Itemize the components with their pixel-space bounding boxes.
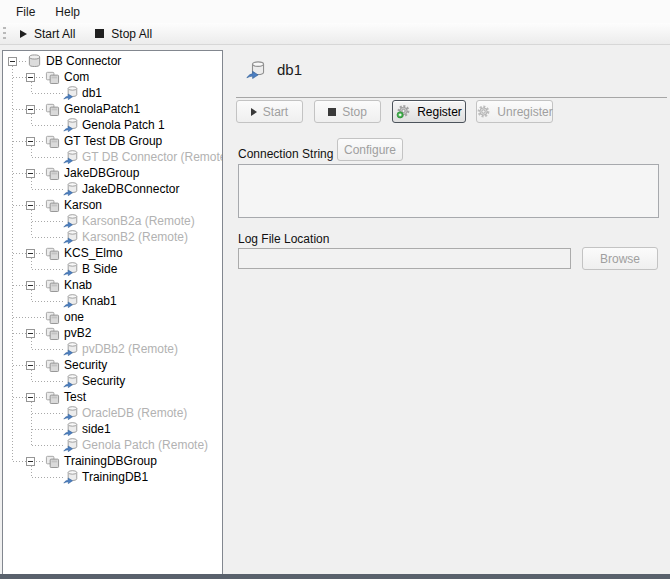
- tree-item-connector[interactable]: JakeDBConnector: [3, 181, 222, 197]
- tree-guide-line: [31, 402, 32, 445]
- start-all-button[interactable]: Start All: [12, 25, 83, 43]
- group-icon: [45, 134, 60, 148]
- tree-item-label: Test: [64, 389, 86, 405]
- connection-string-label: Connection String: [238, 147, 333, 161]
- tree-guide-line: [31, 370, 32, 381]
- tree-item-group[interactable]: Security: [3, 357, 222, 373]
- db-arrow-icon: [63, 230, 78, 244]
- tree-expander-minus[interactable]: [26, 361, 35, 370]
- tree-expander-minus[interactable]: [26, 137, 35, 146]
- tree-item-connector[interactable]: B Side: [3, 261, 222, 277]
- tree-item-connector[interactable]: OracleDB (Remote): [3, 405, 222, 421]
- db-arrow-icon: [63, 294, 78, 308]
- tree-item-connector[interactable]: side1: [3, 421, 222, 437]
- page-title: db1: [277, 61, 302, 78]
- db-arrow-icon: [63, 342, 78, 356]
- tree-item-group[interactable]: GenolaPatch1: [3, 101, 222, 117]
- tree-expander-minus[interactable]: [26, 169, 35, 178]
- tree-connector-line: [13, 173, 26, 174]
- tree-item-group[interactable]: Com: [3, 69, 222, 85]
- tree-item-connector[interactable]: Knab1: [3, 293, 222, 309]
- log-file-location-input: [238, 248, 571, 269]
- tree-connector-line: [32, 381, 63, 382]
- tree-item-group[interactable]: Karson: [3, 197, 222, 213]
- tree-connector-line: [13, 333, 26, 334]
- stop-all-button[interactable]: Stop All: [87, 25, 160, 43]
- tree-connector-line: [13, 109, 26, 110]
- tree-guide-line: [31, 178, 32, 189]
- tree-expander-minus[interactable]: [8, 57, 17, 66]
- db-arrow-icon: [63, 118, 78, 132]
- tree-connector-line: [36, 205, 45, 206]
- tree-expander-minus[interactable]: [26, 73, 35, 82]
- tree-item-group[interactable]: KCS_Elmo: [3, 245, 222, 261]
- tree-item-label: Karson: [64, 197, 102, 213]
- db-arrow-icon: [63, 182, 78, 196]
- window-bottom-edge: [0, 574, 670, 579]
- tree-connector-line: [32, 269, 63, 270]
- tree-item-group[interactable]: TrainingDBGroup: [3, 453, 222, 469]
- stop-all-label: Stop All: [111, 27, 152, 41]
- tree-item-label: GT DB Connector (Remote): [82, 149, 223, 165]
- tree-connector-line: [36, 333, 45, 334]
- tree-expander-minus[interactable]: [26, 393, 35, 402]
- tree-expander-minus[interactable]: [26, 201, 35, 210]
- tree-guide-line: [31, 338, 32, 349]
- tree-item-group[interactable]: one: [3, 309, 222, 325]
- tree-item-connector[interactable]: Genola Patch (Remote): [3, 437, 222, 453]
- tree-item-group[interactable]: pvB2: [3, 325, 222, 341]
- tree-item-label: one: [64, 309, 84, 325]
- stop-icon: [95, 29, 104, 38]
- tree-connector-line: [32, 413, 63, 414]
- tree-item-connector[interactable]: GT DB Connector (Remote): [3, 149, 222, 165]
- tree-item-group[interactable]: Test: [3, 389, 222, 405]
- tree-expander-minus[interactable]: [26, 457, 35, 466]
- tree-connector-line: [13, 253, 26, 254]
- tree-connector-line: [36, 397, 45, 398]
- tree-expander-minus[interactable]: [26, 249, 35, 258]
- tree-connector-line: [32, 477, 63, 478]
- tree-item-connector[interactable]: pvDBb2 (Remote): [3, 341, 222, 357]
- tree-item-connector[interactable]: Genola Patch 1: [3, 117, 222, 133]
- tree-item-connector[interactable]: db1: [3, 85, 222, 101]
- tree-guide-line: [31, 114, 32, 125]
- tree-item-connector[interactable]: Security: [3, 373, 222, 389]
- db-arrow-icon: [63, 422, 78, 436]
- tree-connector-line: [36, 77, 45, 78]
- tree-expander-minus[interactable]: [26, 329, 35, 338]
- tree-expander-minus[interactable]: [26, 281, 35, 290]
- db-arrow-icon: [63, 214, 78, 228]
- tree-item-group[interactable]: Knab: [3, 277, 222, 293]
- database-icon: [27, 54, 42, 68]
- tree-item-label: Security: [82, 373, 125, 389]
- tree-connector-line: [36, 461, 45, 462]
- menu-file[interactable]: File: [6, 2, 45, 22]
- stop-button-label: Stop: [342, 105, 367, 119]
- tree-item-label: JakeDBGroup: [64, 165, 139, 181]
- menu-help[interactable]: Help: [45, 2, 90, 22]
- tree-item-group[interactable]: JakeDBGroup: [3, 165, 222, 181]
- tree-connector-line: [32, 157, 63, 158]
- tree-item-label: Com: [64, 69, 89, 85]
- tree-item-label: Knab: [64, 277, 92, 293]
- tree-expander-minus[interactable]: [26, 105, 35, 114]
- toolbar-grip-handle[interactable]: [3, 27, 6, 41]
- tree-item-connector[interactable]: KarsonB2 (Remote): [3, 229, 222, 245]
- db-arrow-icon: [63, 150, 78, 164]
- tree-item-root[interactable]: DB Connector: [3, 53, 222, 69]
- tree-guide-line: [31, 466, 32, 477]
- tree-item-label: Genola Patch (Remote): [82, 437, 208, 453]
- tree-item-connector[interactable]: TrainingDB1: [3, 469, 222, 485]
- tree-connector-line: [32, 429, 63, 430]
- tree-guide-line: [31, 258, 32, 269]
- play-icon: [20, 30, 27, 38]
- register-button[interactable]: Register: [392, 100, 466, 123]
- tree-connector-line: [13, 205, 26, 206]
- toolbar: Start All Stop All: [0, 23, 670, 45]
- tree-item-group[interactable]: GT Test DB Group: [3, 133, 222, 149]
- tree-item-connector[interactable]: KarsonB2a (Remote): [3, 213, 222, 229]
- tree-item-label: db1: [82, 85, 102, 101]
- tree-connector-line: [32, 125, 63, 126]
- tree-connector-line: [13, 77, 26, 78]
- tree-item-label: OracleDB (Remote): [82, 405, 187, 421]
